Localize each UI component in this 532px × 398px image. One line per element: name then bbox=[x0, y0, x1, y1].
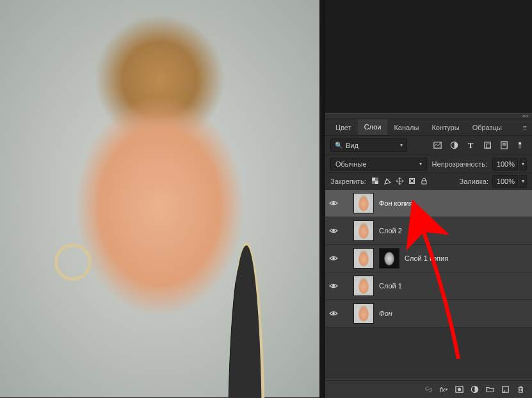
lock-artboard-icon[interactable] bbox=[407, 176, 418, 187]
svg-rect-2 bbox=[484, 142, 490, 148]
tab-label: Цвет bbox=[335, 124, 351, 131]
visibility-toggle[interactable] bbox=[328, 197, 339, 209]
lock-icons-group bbox=[370, 176, 430, 187]
tab-channels[interactable]: Каналы bbox=[387, 120, 425, 135]
tab-label: Контуры bbox=[431, 124, 459, 131]
layer-name: Слой 2 bbox=[379, 227, 402, 235]
layers-bottom-bar: fx▾ bbox=[325, 380, 532, 398]
blend-mode-combo[interactable]: Обычные ▾ bbox=[330, 158, 427, 170]
layer-thumbnail[interactable] bbox=[353, 193, 374, 213]
layer-name: Слой 1 копия bbox=[405, 254, 448, 262]
canvas-area[interactable] bbox=[0, 0, 319, 398]
visibility-toggle[interactable] bbox=[328, 280, 339, 292]
visibility-toggle[interactable] bbox=[328, 253, 339, 264]
tab-label: Слои bbox=[364, 123, 382, 131]
svg-point-15 bbox=[332, 202, 335, 204]
layer-name: Слой 1 bbox=[379, 282, 402, 290]
collapse-icon: «« bbox=[522, 113, 528, 119]
svg-point-19 bbox=[332, 312, 335, 315]
blend-mode-value: Обычные bbox=[335, 160, 367, 168]
layer-mask-thumbnail[interactable] bbox=[379, 248, 399, 269]
layer-name: Фон bbox=[379, 310, 392, 317]
delete-icon[interactable] bbox=[514, 383, 527, 396]
panel-tabs: Цвет Слои Каналы Контуры Образцы ≡ bbox=[325, 119, 532, 136]
panel-empty-area bbox=[325, 0, 532, 113]
layer-mask-icon[interactable] bbox=[453, 383, 465, 396]
svg-point-16 bbox=[332, 229, 335, 232]
lock-pixels-icon[interactable] bbox=[382, 176, 394, 187]
lock-position-icon[interactable] bbox=[394, 176, 406, 187]
chevron-down-icon: ▾ bbox=[419, 161, 422, 167]
new-layer-icon[interactable] bbox=[499, 383, 512, 396]
opacity-value: 100% bbox=[497, 160, 515, 168]
svg-rect-13 bbox=[411, 180, 414, 183]
menu-icon: ≡ bbox=[523, 124, 527, 131]
tab-swatches[interactable]: Образцы bbox=[466, 120, 508, 135]
layer-thumbnail[interactable] bbox=[353, 303, 374, 324]
tab-color[interactable]: Цвет bbox=[329, 120, 358, 135]
layer-row[interactable]: Слой 2 bbox=[325, 217, 532, 245]
filter-type-label: Вид bbox=[346, 142, 359, 149]
layers-list: Фон копия Слой 2 Слой 1 копия Слой 1 Фон bbox=[325, 190, 532, 380]
group-icon[interactable] bbox=[483, 383, 496, 396]
fill-dropdown[interactable]: ▾ bbox=[519, 175, 527, 188]
lock-transparency-icon[interactable] bbox=[370, 176, 382, 187]
search-icon: 🔍 bbox=[335, 142, 343, 149]
svg-rect-10 bbox=[375, 178, 378, 181]
visibility-toggle[interactable] bbox=[328, 308, 339, 319]
svg-rect-5 bbox=[502, 143, 506, 146]
filter-smart-icon[interactable] bbox=[497, 139, 510, 152]
layer-row[interactable]: Фон bbox=[325, 300, 532, 328]
link-layers-icon[interactable] bbox=[422, 383, 435, 396]
svg-point-7 bbox=[519, 142, 521, 145]
filter-toggle-switch[interactable] bbox=[514, 139, 527, 152]
fill-value-input[interactable]: 100% bbox=[492, 175, 518, 188]
layer-thumbnail[interactable] bbox=[353, 248, 374, 269]
layer-name: Фон копия bbox=[379, 199, 413, 207]
svg-rect-8 bbox=[372, 178, 375, 181]
adjustment-layer-icon[interactable] bbox=[468, 383, 481, 396]
filter-adjustment-icon[interactable] bbox=[447, 139, 460, 152]
fill-value: 100% bbox=[497, 178, 515, 185]
layer-thumbnail[interactable] bbox=[353, 276, 374, 296]
filter-pixel-icon[interactable] bbox=[431, 139, 444, 152]
svg-rect-14 bbox=[422, 181, 426, 184]
blend-opacity-row: Обычные ▾ Непрозрачность: 100% ▾ bbox=[325, 155, 532, 173]
tab-layers[interactable]: Слои bbox=[358, 119, 388, 135]
tab-label: Каналы bbox=[394, 124, 419, 131]
lock-label: Закрепить: bbox=[330, 178, 366, 185]
layers-empty-area[interactable] bbox=[325, 328, 532, 379]
fill-label: Заливка: bbox=[460, 178, 488, 185]
visibility-toggle[interactable] bbox=[328, 225, 339, 236]
svg-rect-12 bbox=[410, 179, 415, 184]
layer-row[interactable]: Слой 1 bbox=[325, 272, 532, 300]
layer-row[interactable]: Фон копия bbox=[325, 190, 532, 217]
layer-row[interactable]: Слой 1 копия bbox=[325, 245, 532, 272]
svg-point-18 bbox=[332, 285, 335, 287]
image-detail bbox=[54, 244, 92, 281]
panel-menu-button[interactable]: ≡ bbox=[518, 121, 532, 134]
svg-rect-23 bbox=[502, 386, 508, 392]
layer-filter-type-combo[interactable]: 🔍 Вид ▾ bbox=[330, 138, 407, 152]
svg-rect-9 bbox=[375, 181, 378, 184]
tab-label: Образцы bbox=[472, 124, 502, 131]
svg-rect-3 bbox=[486, 144, 490, 149]
svg-point-21 bbox=[457, 388, 460, 391]
panel-collapse-handle[interactable]: «« bbox=[325, 113, 532, 119]
filter-shape-icon[interactable] bbox=[481, 139, 494, 152]
filter-type-icon[interactable]: T bbox=[464, 139, 477, 152]
svg-point-17 bbox=[332, 257, 335, 260]
layer-filter-row: 🔍 Вид ▾ T bbox=[325, 136, 532, 155]
tab-paths[interactable]: Контуры bbox=[425, 120, 465, 135]
chevron-down-icon: ▾ bbox=[400, 142, 403, 148]
lock-all-icon[interactable] bbox=[419, 176, 430, 187]
layer-thumbnail[interactable] bbox=[353, 220, 374, 241]
workspace-gap bbox=[319, 0, 325, 398]
document-image bbox=[0, 0, 319, 397]
opacity-dropdown[interactable]: ▾ bbox=[519, 158, 527, 170]
fx-icon[interactable]: fx▾ bbox=[437, 383, 450, 396]
image-detail bbox=[228, 242, 265, 398]
opacity-value-input[interactable]: 100% bbox=[492, 158, 518, 170]
opacity-label: Непрозрачность: bbox=[432, 160, 487, 168]
lock-fill-row: Закрепить: Заливка: 100% ▾ bbox=[325, 173, 532, 190]
